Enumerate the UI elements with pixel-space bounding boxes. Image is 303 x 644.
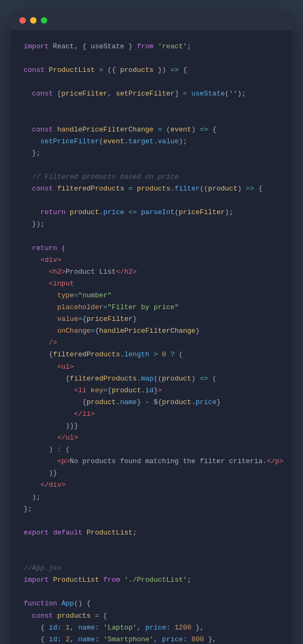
close-dot[interactable] bbox=[19, 17, 26, 24]
titlebar bbox=[11, 11, 292, 30]
maximize-dot[interactable] bbox=[41, 17, 47, 24]
minimize-dot[interactable] bbox=[30, 17, 37, 24]
code-content: import React, { useState } from 'react';… bbox=[11, 30, 292, 644]
code-editor-window: import React, { useState } from 'react';… bbox=[11, 11, 292, 644]
